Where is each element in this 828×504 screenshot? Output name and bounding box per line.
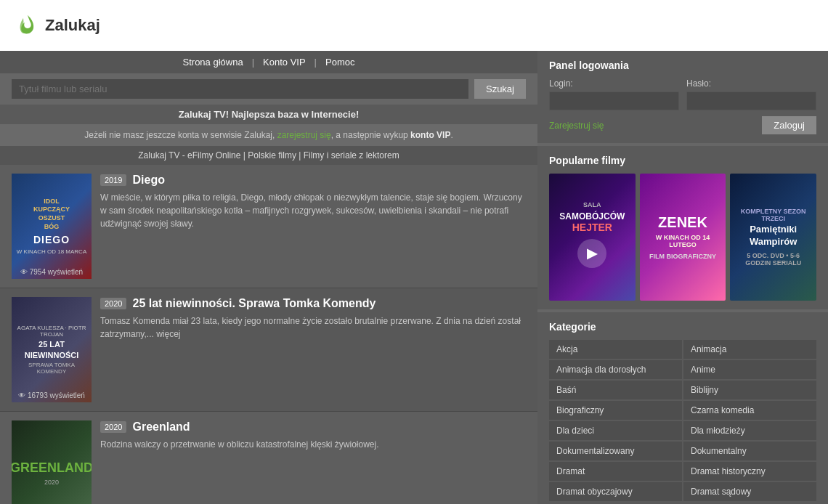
popular-item-pamietniki-title: KOMPLETNY SEZON TRZECI PamiętnikiWampiró… <box>736 208 811 267</box>
movie-desc-25lat: Tomasz Komenda miał 23 lata, kiedy jego … <box>100 314 526 341</box>
password-input[interactable] <box>686 92 816 110</box>
register-link-panel[interactable]: Zarejestruj się <box>549 121 604 131</box>
login-bottom: Zarejestruj się Zaloguj <box>549 116 816 134</box>
login-panel: Panel logowania Login: Hasło: Zarejestru… <box>537 51 828 143</box>
eye-icon-2: 👁 <box>18 391 25 399</box>
login-field-group: Login: <box>549 78 679 110</box>
movie-desc-diego: W mieście, w którym piłka to religia, Di… <box>100 191 526 230</box>
breadcrumb: Zalukaj TV - eFilmy Online | Polskie fil… <box>0 146 537 165</box>
movie-year-diego: 2019 <box>100 174 126 186</box>
categories-grid: AkcjaAnimacjaAnimacja dla dorosłychAnime… <box>549 340 816 501</box>
category-item-baśń[interactable]: Baśń <box>549 381 682 399</box>
popular-item-zenek[interactable]: ZENEK W KINACH OD 14 LUTEGO FILM BIOGRAF… <box>640 174 726 301</box>
category-item-dla-młodzieży[interactable]: Dla młodzieży <box>683 421 816 440</box>
movie-title-row-diego: 2019 Diego <box>100 174 526 187</box>
promo-banner: Zalukaj TV! Najlepsza baza w Internecie! <box>0 105 537 124</box>
category-item-dramat-sądowy[interactable]: Dramat sądowy <box>683 482 816 501</box>
category-item-dramat-obyczajowy[interactable]: Dramat obyczajowy <box>549 482 682 501</box>
movie-thumb-25lat[interactable]: AGATA KULESZA · PIOTR TROJAN 25 LATNIEWI… <box>12 297 92 402</box>
login-label: Login: <box>549 78 679 89</box>
movie-title-greenland[interactable]: Greenland <box>132 420 190 434</box>
category-item-biblijny[interactable]: Biblijny <box>683 381 816 399</box>
register-notice-middle: , a następnie wykup <box>331 130 410 140</box>
header: Zalukaj <box>0 0 828 51</box>
popular-item-pamietniki[interactable]: KOMPLETNY SEZON TRZECI PamiętnikiWampiró… <box>730 174 816 301</box>
movie-views-25lat: 👁 16793 wyświetleń <box>12 391 92 399</box>
category-item-dokumentalizowany[interactable]: Dokumentalizowany <box>549 442 682 460</box>
category-item-dramat-historyczny[interactable]: Dramat historyczny <box>683 462 816 481</box>
category-item-animacja[interactable]: Animacja <box>683 340 816 359</box>
logo-area[interactable]: Zalukaj <box>15 12 100 38</box>
login-panel-title: Panel logowania <box>549 60 816 71</box>
movie-info-greenland: 2020 Greenland Rodzina walczy o przetrwa… <box>100 420 526 504</box>
movie-desc-greenland: Rodzina walczy o przetrwanie w obliczu k… <box>100 438 526 451</box>
category-item-dramat[interactable]: Dramat <box>549 462 682 481</box>
popular-item-hejter[interactable]: SALA SAMOBÓJCÓW HEJTER ▶ <box>549 174 636 301</box>
category-item-czarna-komedia[interactable]: Czarna komedia <box>683 401 816 420</box>
password-label: Hasło: <box>686 78 816 89</box>
nav-help[interactable]: Pomoc <box>317 57 363 68</box>
movie-info-diego: 2019 Diego W mieście, w którym piłka to … <box>100 174 526 279</box>
login-input[interactable] <box>549 92 679 110</box>
categories-section: Kategorie AkcjaAnimacjaAnimacja dla doro… <box>537 312 828 504</box>
login-button[interactable]: Zaloguj <box>762 116 816 134</box>
popular-section: Popularne filmy SALA SAMOBÓJCÓW HEJTER ▶… <box>537 146 828 309</box>
search-button[interactable]: Szukaj <box>474 79 526 99</box>
movie-title-row-greenland: 2020 Greenland <box>100 420 526 434</box>
movie-title-25lat[interactable]: 25 lat niewinności. Sprawa Tomka Komendy <box>132 297 376 310</box>
eye-icon: 👁 <box>20 268 28 276</box>
category-item-akcja[interactable]: Akcja <box>549 340 682 359</box>
left-column: Strona główna | Konto VIP | Pomoc Szukaj… <box>0 51 537 504</box>
register-link[interactable]: zarejestruj się <box>277 130 331 140</box>
category-item-dla-dzieci[interactable]: Dla dzieci <box>549 421 682 440</box>
password-field-group: Hasło: <box>686 78 816 110</box>
category-item-anime[interactable]: Anime <box>683 360 816 379</box>
movie-info-25lat: 2020 25 lat niewinności. Sprawa Tomka Ko… <box>100 297 526 402</box>
movie-item-greenland: GREENLAND 2020 2020 Greenland Rodzina wa… <box>0 412 537 504</box>
categories-title: Kategorie <box>549 321 816 333</box>
register-notice-suffix: . <box>450 130 452 140</box>
category-item-biograficzny[interactable]: Biograficzny <box>549 401 682 420</box>
category-item-dokumentalny[interactable]: Dokumentalny <box>683 442 816 460</box>
search-input[interactable] <box>12 79 468 99</box>
nav-bar: Strona główna | Konto VIP | Pomoc <box>0 51 537 73</box>
register-notice: Jeżeli nie masz jeszcze konta w serwisie… <box>0 124 537 146</box>
movie-thumb-diego[interactable]: IDOLKUPCZĄCYOSZUSTBÓG DIEGO W KINACH OD … <box>12 174 92 279</box>
logo-icon <box>15 12 41 38</box>
popular-item-hejter-title: SALA SAMOBÓJCÓW HEJTER ▶ <box>559 201 625 274</box>
popular-item-zenek-title: ZENEK W KINACH OD 14 LUTEGO FILM BIOGRAF… <box>646 214 721 260</box>
movie-item-25lat: AGATA KULESZA · PIOTR TROJAN 25 LATNIEWI… <box>0 288 537 412</box>
search-bar: Szukaj <box>0 73 537 105</box>
register-notice-prefix: Jeżeli nie masz jeszcze konta w serwisie… <box>84 130 277 140</box>
nav-vip[interactable]: Konto VIP <box>254 57 314 68</box>
movie-list: IDOLKUPCZĄCYOSZUSTBÓG DIEGO W KINACH OD … <box>0 165 537 504</box>
login-fields: Login: Hasło: <box>549 78 816 110</box>
movie-title-diego[interactable]: Diego <box>132 174 164 187</box>
nav-home[interactable]: Strona główna <box>174 57 252 68</box>
popular-grid: SALA SAMOBÓJCÓW HEJTER ▶ ZENEK W KINACH … <box>549 174 816 301</box>
movie-thumb-greenland[interactable]: GREENLAND 2020 <box>12 420 92 504</box>
right-column: Panel logowania Login: Hasło: Zarejestru… <box>537 51 828 504</box>
vip-text: konto VIP <box>410 130 450 140</box>
category-item-animacja-dla-dorosłych[interactable]: Animacja dla dorosłych <box>549 360 682 379</box>
main-wrapper: Strona główna | Konto VIP | Pomoc Szukaj… <box>0 51 828 504</box>
logo-text: Zalukaj <box>45 16 100 35</box>
movie-year-greenland: 2020 <box>100 421 126 433</box>
movie-views-diego: 👁 7954 wyświetleń <box>12 268 92 276</box>
movie-item-diego: IDOLKUPCZĄCYOSZUSTBÓG DIEGO W KINACH OD … <box>0 165 537 288</box>
movie-year-25lat: 2020 <box>100 298 126 309</box>
movie-title-row-25lat: 2020 25 lat niewinności. Sprawa Tomka Ko… <box>100 297 526 310</box>
popular-title: Popularne filmy <box>549 155 816 166</box>
